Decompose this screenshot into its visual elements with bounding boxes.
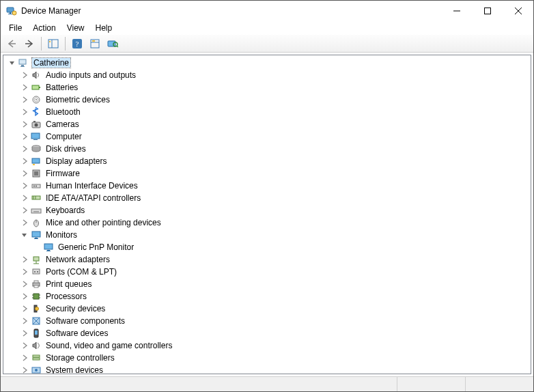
chevron-right-icon[interactable] xyxy=(20,328,29,338)
tree-row[interactable]: Batteries xyxy=(3,81,531,94)
maximize-button[interactable] xyxy=(472,1,503,21)
chevron-right-icon[interactable] xyxy=(20,255,29,264)
status-cell xyxy=(465,377,533,391)
tree-row-label: Cameras xyxy=(44,120,81,129)
tree-row[interactable]: Sound, video and game controllers xyxy=(3,339,531,352)
tree-row[interactable]: Software components xyxy=(3,315,531,327)
chevron-right-icon[interactable] xyxy=(20,218,29,227)
tree-row[interactable]: Monitors xyxy=(3,229,531,241)
svg-rect-20 xyxy=(21,65,24,66)
chevron-right-icon[interactable] xyxy=(20,206,29,215)
device-tree[interactable]: CatherineAudio inputs and outputsBatteri… xyxy=(3,55,531,374)
tree-row-label: Sound, video and game controllers xyxy=(44,341,173,350)
show-console-tree-button[interactable] xyxy=(45,36,61,51)
svg-point-39 xyxy=(36,186,37,187)
tree-row[interactable]: Ports (COM & LPT) xyxy=(3,266,531,278)
svg-rect-52 xyxy=(46,251,51,251)
tree-container: CatherineAudio inputs and outputsBatteri… xyxy=(3,55,531,374)
chevron-right-icon[interactable] xyxy=(20,132,29,141)
chevron-right-icon[interactable] xyxy=(20,95,29,104)
chevron-right-icon[interactable] xyxy=(20,181,29,191)
tree-row[interactable]: IDE ATA/ATAPI controllers xyxy=(3,192,531,204)
tree-row[interactable]: Catherine xyxy=(3,57,531,69)
chevron-right-icon[interactable] xyxy=(20,193,29,203)
speaker-icon xyxy=(31,70,42,81)
chevron-down-icon[interactable] xyxy=(20,230,29,240)
tree-row-label: Monitors xyxy=(44,230,79,240)
chevron-right-icon[interactable] xyxy=(20,156,29,166)
tree-row[interactable]: Audio inputs and outputs xyxy=(3,69,531,81)
menu-view[interactable]: View xyxy=(61,22,90,34)
chevron-right-icon[interactable] xyxy=(20,292,29,301)
tree-row[interactable]: Mice and other pointing devices xyxy=(3,216,531,229)
tree-row[interactable]: Disk drives xyxy=(3,143,531,155)
chevron-right-icon[interactable] xyxy=(20,169,29,178)
arrow-left-icon xyxy=(6,38,17,49)
chevron-right-icon[interactable] xyxy=(20,353,29,363)
chevron-right-icon[interactable] xyxy=(20,279,29,289)
chevron-right-icon[interactable] xyxy=(20,70,29,80)
svg-rect-48 xyxy=(35,238,38,238)
tree-row[interactable]: Cameras xyxy=(3,118,531,130)
menu-file[interactable]: File xyxy=(3,22,27,34)
back-button[interactable] xyxy=(3,36,20,51)
chevron-right-icon[interactable] xyxy=(20,304,29,313)
forward-button[interactable] xyxy=(21,36,38,51)
tree-row[interactable]: Generic PnP Monitor xyxy=(3,241,531,253)
chevron-right-icon[interactable] xyxy=(20,107,29,117)
chevron-right-icon[interactable] xyxy=(20,365,29,374)
help-button[interactable]: ? xyxy=(69,36,85,51)
tree-row[interactable]: Keyboards xyxy=(3,204,531,216)
menu-help[interactable]: Help xyxy=(90,22,118,34)
software-component-icon xyxy=(31,316,42,326)
svg-rect-5 xyxy=(484,8,490,14)
tree-row[interactable]: Computer xyxy=(3,130,531,143)
tree-row[interactable]: Software devices xyxy=(3,327,531,339)
printer-icon xyxy=(31,279,42,290)
properties-button[interactable] xyxy=(87,36,103,51)
chevron-right-icon[interactable] xyxy=(20,267,29,277)
tree-row[interactable]: Network adapters xyxy=(3,253,531,266)
svg-rect-47 xyxy=(32,232,40,237)
chevron-right-icon[interactable] xyxy=(20,144,29,154)
chevron-down-icon[interactable] xyxy=(8,58,17,68)
tree-row[interactable]: Biometric devices xyxy=(3,94,531,106)
tree-row-label: Keyboards xyxy=(44,206,86,215)
tree-row[interactable]: Bluetooth xyxy=(3,106,531,118)
cpu-icon xyxy=(31,291,42,302)
chevron-right-icon[interactable] xyxy=(20,316,29,326)
tree-row[interactable]: Security devices xyxy=(3,303,531,315)
properties-icon xyxy=(89,38,100,49)
tree-row-label: Mice and other pointing devices xyxy=(44,218,163,227)
statusbar xyxy=(1,376,533,391)
computer-icon xyxy=(31,131,42,142)
window-controls xyxy=(441,1,533,21)
minimize-button[interactable] xyxy=(441,1,472,21)
menu-action[interactable]: Action xyxy=(27,22,61,34)
svg-rect-29 xyxy=(33,121,36,122)
svg-point-75 xyxy=(35,369,38,372)
close-button[interactable] xyxy=(503,1,533,21)
svg-point-3 xyxy=(12,11,16,15)
chevron-right-icon[interactable] xyxy=(20,120,29,129)
tree-row[interactable]: Storage controllers xyxy=(3,352,531,364)
tree-row[interactable]: Display adapters xyxy=(3,155,531,167)
chevron-right-icon[interactable] xyxy=(20,341,29,350)
svg-rect-72 xyxy=(33,355,40,357)
svg-rect-44 xyxy=(33,211,39,212)
svg-rect-34 xyxy=(33,164,35,165)
chevron-right-icon[interactable] xyxy=(20,83,29,92)
monitor-icon xyxy=(31,229,42,240)
display-adapter-icon xyxy=(31,156,42,167)
tree-row[interactable]: Firmware xyxy=(3,167,531,180)
svg-rect-49 xyxy=(34,238,38,239)
tree-row-label: System devices xyxy=(44,365,104,374)
tree-row[interactable]: Print queues xyxy=(3,278,531,290)
bluetooth-icon xyxy=(31,107,42,117)
scan-hardware-button[interactable] xyxy=(104,36,121,51)
tree-row[interactable]: System devices xyxy=(3,364,531,374)
tree-row-label: Software devices xyxy=(44,328,109,338)
tree-row[interactable]: Processors xyxy=(3,290,531,303)
tree-row[interactable]: Human Interface Devices xyxy=(3,180,531,192)
system-icon xyxy=(31,365,42,374)
